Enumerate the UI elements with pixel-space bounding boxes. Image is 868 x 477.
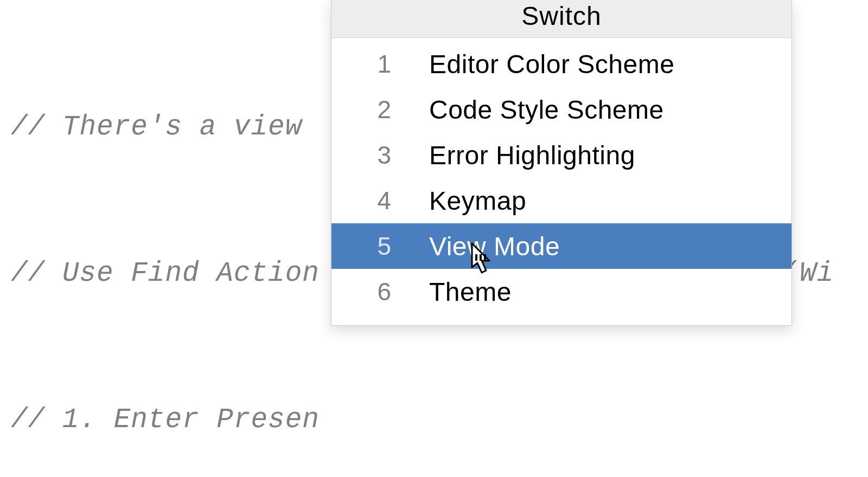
code-line: // 1. Enter Presen [11,396,868,444]
switch-popup: Switch 1 Editor Color Scheme 2 Code Styl… [331,0,792,326]
switch-item-label: Editor Color Scheme [391,49,674,79]
switch-item-number: 5 [331,231,391,261]
switch-popup-list: 1 Editor Color Scheme 2 Code Style Schem… [331,38,792,325]
switch-popup-title: Switch [331,0,792,38]
switch-item-label: Keymap [391,186,526,216]
switch-item-number: 3 [331,140,391,170]
switch-item-editor-color-scheme[interactable]: 1 Editor Color Scheme [331,41,792,87]
switch-item-label: Theme [391,277,512,307]
switch-item-number: 2 [331,95,391,124]
switch-item-number: 1 [331,49,391,79]
switch-item-number: 4 [331,186,391,215]
switch-item-view-mode[interactable]: 5 View Mode [331,223,792,269]
switch-item-label: View Mode [391,231,560,261]
switch-item-code-style-scheme[interactable]: 2 Code Style Scheme [331,87,792,132]
switch-item-label: Error Highlighting [391,140,635,170]
switch-item-error-highlighting[interactable]: 3 Error Highlighting [331,132,792,178]
switch-item-number: 6 [331,277,391,306]
switch-item-theme[interactable]: 6 Theme [331,269,792,314]
switch-item-label: Code Style Scheme [391,95,664,125]
switch-item-keymap[interactable]: 4 Keymap [331,178,792,223]
